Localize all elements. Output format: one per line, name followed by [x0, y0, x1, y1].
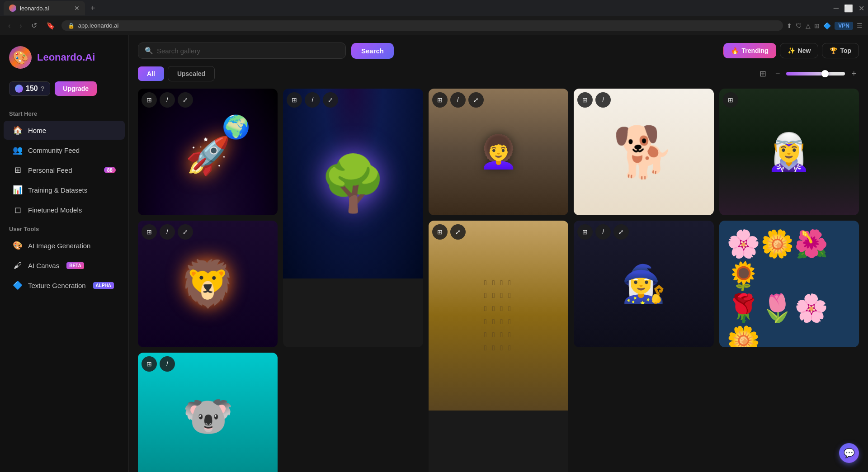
nav-action-3[interactable]: △: [806, 22, 811, 29]
ai-canvas-badge: BETA: [66, 262, 84, 269]
browser-tab[interactable]: leonardo.ai ✕: [4, 1, 85, 15]
credits-section: 150 ? Upgrade: [0, 78, 128, 105]
credits-badge: 150 ?: [9, 81, 50, 96]
image-fairy: 🧝‍♀️: [719, 89, 859, 215]
gallery-item-rocket[interactable]: ⊞ / ⤢: [138, 89, 278, 215]
user-tools-label: User Tools: [0, 220, 128, 235]
expand-icon-lion[interactable]: ⤢: [178, 224, 193, 240]
edit-icon-dog[interactable]: /: [595, 92, 611, 108]
new-tab-button[interactable]: +: [87, 4, 99, 13]
zoom-slider-track[interactable]: [786, 72, 845, 76]
gallery-item-dog[interactable]: 🐕 ⊞ /: [574, 89, 713, 215]
nav-action-menu[interactable]: ☰: [857, 22, 863, 29]
back-button[interactable]: ‹: [5, 20, 13, 32]
zoom-slider-thumb[interactable]: [821, 70, 829, 77]
edit-icon-koala[interactable]: /: [160, 356, 175, 372]
image-rocket: [138, 89, 278, 215]
gallery-item-fairy[interactable]: 🧝‍♀️ ⊞: [719, 89, 859, 215]
sidebar-item-home[interactable]: 🏠 Home: [4, 121, 125, 140]
lock-icon: 🔒: [68, 23, 75, 29]
upscaled-tab[interactable]: Upscaled: [168, 66, 215, 81]
texture-icon: 🔷: [13, 280, 23, 290]
edit-icon-warrior[interactable]: /: [595, 224, 611, 240]
sidebar: 🎨 Leonardo.Ai 150 ? Upgrade Start Here 🏠…: [0, 35, 129, 472]
vpn-badge[interactable]: VPN: [835, 22, 853, 30]
expand-icon-tree[interactable]: ⤢: [323, 92, 338, 108]
gallery-item-lion[interactable]: 🦁 ⊞ / ⤢: [138, 221, 278, 347]
remix-icon-koala[interactable]: ⊞: [142, 356, 157, 372]
grid-view-icon[interactable]: ⊞: [757, 67, 769, 80]
remix-icon-dog[interactable]: ⊞: [577, 92, 593, 108]
remix-icon-lion[interactable]: ⊞: [142, 224, 157, 240]
sidebar-item-ai-canvas[interactable]: 🖌 AI Canvas BETA: [4, 256, 125, 275]
sidebar-item-personal[interactable]: ⊞ Personal Feed 88: [4, 160, 125, 179]
remix-icon-hieroglyphs[interactable]: ⊞: [432, 224, 448, 240]
forward-button[interactable]: ›: [17, 20, 24, 32]
remix-icon-warrior[interactable]: ⊞: [577, 224, 593, 240]
reload-button[interactable]: ↺: [28, 19, 40, 32]
edit-icon-rocket[interactable]: /: [160, 92, 175, 108]
minimize-button[interactable]: ─: [834, 4, 839, 12]
remix-icon-tree[interactable]: ⊞: [287, 92, 302, 108]
nav-action-4[interactable]: ⊞: [814, 22, 820, 29]
image-controls-fairy: ⊞: [723, 92, 738, 108]
edit-icon-lion[interactable]: /: [160, 224, 175, 240]
filter-tabs: All Upscaled ⊞ − +: [138, 66, 859, 81]
nav-actions: ⬆ 🛡 △ ⊞ 🔷 VPN ☰: [787, 22, 863, 30]
minus-icon[interactable]: −: [773, 67, 783, 80]
sidebar-item-training[interactable]: 📊 Training & Datasets: [4, 180, 125, 199]
sidebar-item-ai-image[interactable]: 🎨 AI Image Generation: [4, 236, 125, 255]
restore-button[interactable]: ⬜: [844, 4, 853, 13]
edit-icon-tree[interactable]: /: [305, 92, 320, 108]
gallery-item-hieroglyphs[interactable]: 𓂀 𓅓 𓆣 𓇋 𓈖 𓌀 𓎡 𓏤 𓐍 𓑃 𓒀 𓓇 𓂀 𓅓 𓆣 𓇋 𓈖 𓌀 𓎡 𓏤 …: [429, 221, 568, 472]
gallery-item-woman[interactable]: 👩‍🦱 ⊞ / ⤢: [429, 89, 568, 215]
upgrade-button[interactable]: Upgrade: [55, 81, 97, 96]
sidebar-item-community[interactable]: 👥 Community Feed: [4, 141, 125, 160]
close-button[interactable]: ✕: [859, 4, 864, 13]
gallery-item-koala[interactable]: 🐨 ⊞ /: [138, 353, 278, 472]
sidebar-item-finetuned[interactable]: ◻ Finetuned Models: [4, 200, 125, 219]
image-controls-warrior: ⊞ / ⤢: [577, 224, 629, 240]
ai-canvas-label: AI Canvas: [28, 262, 59, 269]
texture-label: Texture Generation: [28, 282, 86, 289]
address-bar[interactable]: 🔒 app.leonardo.ai: [61, 20, 783, 31]
expand-icon-warrior[interactable]: ⤢: [613, 224, 629, 240]
image-dog: 🐕: [574, 89, 713, 215]
remix-icon-rocket[interactable]: ⊞: [142, 92, 157, 108]
all-tab[interactable]: All: [138, 66, 164, 81]
bookmark-button[interactable]: 🔖: [43, 19, 58, 32]
expand-icon-rocket[interactable]: ⤢: [178, 92, 193, 108]
top-button[interactable]: 🏆 Top: [822, 43, 859, 58]
nav-action-2[interactable]: 🛡: [796, 22, 802, 29]
search-icon: 🔍: [145, 47, 153, 55]
nav-action-5[interactable]: 🔷: [823, 22, 831, 29]
plus-icon[interactable]: +: [849, 67, 859, 80]
tab-title: leonardo.ai: [20, 5, 49, 12]
credits-icon: [15, 85, 23, 93]
search-container: 🔍: [138, 42, 346, 59]
edit-icon-woman[interactable]: /: [450, 92, 466, 108]
search-button[interactable]: Search: [351, 43, 394, 59]
nav-action-1[interactable]: ⬆: [787, 22, 792, 29]
trending-label: Trending: [741, 47, 768, 54]
remix-icon-fairy[interactable]: ⊞: [723, 92, 738, 108]
search-input[interactable]: [157, 47, 339, 55]
app-wrapper: 🎨 Leonardo.Ai 150 ? Upgrade Start Here 🏠…: [0, 0, 868, 472]
credits-help-icon[interactable]: ?: [41, 85, 45, 92]
gallery-item-tree[interactable]: ⊞ / ⤢: [283, 89, 423, 347]
expand-icon-woman[interactable]: ⤢: [468, 92, 484, 108]
support-chat-button[interactable]: 💬: [839, 443, 859, 463]
remix-icon-woman[interactable]: ⊞: [432, 92, 448, 108]
gallery-item-floral[interactable]: 🌸🌼🌺🌻 🌹🌷🌸🌼 🌺🌻🌹🌷: [719, 221, 859, 347]
new-button[interactable]: ✨ New: [780, 43, 819, 58]
community-icon: 👥: [13, 145, 23, 155]
gallery-item-warrior[interactable]: 🧙‍♀️ ⊞ / ⤢: [574, 221, 713, 347]
tab-close-button[interactable]: ✕: [74, 5, 80, 12]
image-warrior: 🧙‍♀️: [574, 221, 713, 347]
expand-icon-hieroglyphs[interactable]: ⤢: [450, 224, 466, 240]
home-icon: 🏠: [13, 125, 23, 135]
trending-button[interactable]: 🔥 Trending: [723, 43, 776, 58]
ai-canvas-icon: 🖌: [13, 260, 23, 270]
sidebar-item-texture[interactable]: 🔷 Texture Generation ALPHA: [4, 276, 125, 295]
texture-badge: ALPHA: [93, 282, 114, 289]
